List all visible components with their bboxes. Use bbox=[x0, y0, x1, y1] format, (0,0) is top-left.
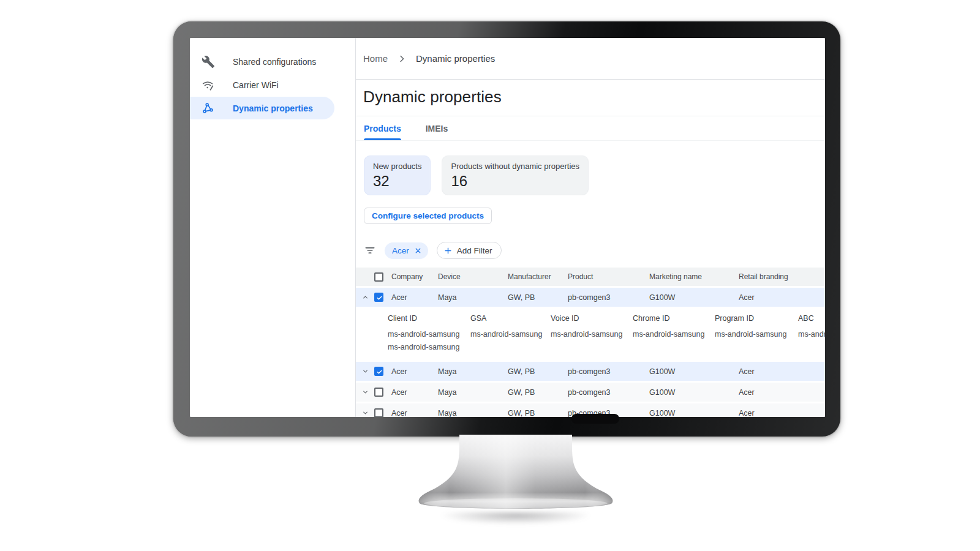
cell-device: Maya bbox=[438, 293, 508, 302]
chevron-down-icon[interactable] bbox=[356, 410, 374, 416]
cell-marketing-name: G100W bbox=[649, 388, 739, 397]
cell-product: pb-comgen3 bbox=[568, 367, 649, 376]
table-header-row: Company Device Manufacturer Product Mark… bbox=[356, 268, 825, 286]
cell-company: Acer bbox=[391, 367, 438, 376]
select-all-checkbox[interactable] bbox=[374, 272, 383, 282]
cell-marketing-name: G100W bbox=[649, 367, 739, 376]
breadcrumb: Home Dynamic properties bbox=[356, 38, 825, 80]
hub-icon bbox=[202, 102, 215, 115]
table-row: Acer Maya GW, PB pb-comgen3 G100W Acer bbox=[356, 362, 825, 381]
add-filter-button[interactable]: Add Filter bbox=[437, 242, 502, 259]
sidebar-item-label: Dynamic properties bbox=[233, 103, 313, 113]
detail-field: ABC ms-android-samsung bbox=[798, 314, 825, 354]
cell-company: Acer bbox=[391, 388, 438, 397]
column-header: Device bbox=[438, 272, 508, 281]
add-filter-label: Add Filter bbox=[457, 246, 492, 255]
carrier-wifi-icon bbox=[202, 78, 215, 92]
breadcrumb-current: Dynamic properties bbox=[416, 53, 495, 64]
monitor-frame: Shared configurations Carrier WiFi bbox=[173, 21, 840, 437]
card-products-without-dynamic-properties[interactable]: Products without dynamic properties 16 bbox=[442, 156, 589, 195]
configure-selected-products-button[interactable]: Configure selected products bbox=[364, 208, 492, 224]
cell-manufacturer: GW, PB bbox=[508, 367, 568, 376]
detail-field-value: ms-android-samsung bbox=[798, 328, 825, 341]
detail-field-label: GSA bbox=[470, 314, 551, 323]
chevron-down-icon[interactable] bbox=[356, 389, 374, 395]
cell-product: pb-comgen3 bbox=[568, 388, 649, 397]
cell-retail-branding: Acer bbox=[739, 388, 825, 397]
cell-retail-branding: Acer bbox=[739, 293, 825, 302]
row-checkbox[interactable] bbox=[374, 293, 383, 302]
cell-manufacturer: GW, PB bbox=[508, 293, 568, 302]
detail-field-value: ms-android-samsung bbox=[715, 328, 798, 341]
cell-device: Maya bbox=[438, 409, 508, 418]
card-label: Products without dynamic properties bbox=[451, 162, 579, 171]
tab-imeis[interactable]: IMEIs bbox=[426, 116, 448, 140]
main-content: Home Dynamic properties Dynamic properti… bbox=[355, 38, 825, 417]
sidebar-item-label: Shared configurations bbox=[233, 57, 316, 67]
card-new-products[interactable]: New products 32 bbox=[364, 156, 431, 195]
stand-reflection bbox=[412, 512, 620, 533]
monitor-stand bbox=[412, 435, 620, 514]
monitor-chin-tab bbox=[571, 414, 619, 424]
column-header: Product bbox=[568, 272, 649, 281]
cell-product: pb-comgen3 bbox=[568, 293, 649, 302]
sidebar-item-carrier-wifi[interactable]: Carrier WiFi bbox=[190, 73, 355, 97]
filter-list-icon[interactable] bbox=[364, 244, 376, 257]
close-icon[interactable] bbox=[414, 247, 422, 255]
sidebar-item-dynamic-properties[interactable]: Dynamic properties bbox=[190, 97, 334, 119]
row-checkbox[interactable] bbox=[374, 367, 383, 376]
detail-field-label: ABC bbox=[798, 314, 825, 323]
detail-field-value: ms-android-samsung bbox=[470, 328, 551, 341]
wrench-icon bbox=[202, 55, 215, 69]
sidebar: Shared configurations Carrier WiFi bbox=[190, 38, 355, 417]
screen: Shared configurations Carrier WiFi bbox=[190, 38, 825, 417]
card-value: 16 bbox=[451, 173, 579, 190]
detail-field-label: Program ID bbox=[715, 314, 798, 323]
detail-field: Client ID ms-android-samsung ms-android-… bbox=[388, 314, 470, 354]
cell-retail-branding: Acer bbox=[739, 367, 825, 376]
cell-company: Acer bbox=[391, 409, 438, 418]
detail-field-value: ms-android-samsung bbox=[388, 341, 470, 354]
detail-field-value: ms-android-samsung bbox=[633, 328, 715, 341]
cell-retail-branding: Acer bbox=[739, 409, 825, 418]
detail-field: Chrome ID ms-android-samsung bbox=[633, 314, 715, 354]
row-detail-panel: Client ID ms-android-samsung ms-android-… bbox=[356, 307, 825, 360]
sidebar-item-shared-configurations[interactable]: Shared configurations bbox=[190, 50, 355, 73]
title-row: Dynamic properties bbox=[356, 80, 825, 116]
column-header: Company bbox=[391, 272, 438, 281]
cell-device: Maya bbox=[438, 388, 508, 397]
cell-manufacturer: GW, PB bbox=[508, 388, 568, 397]
products-table: Company Device Manufacturer Product Mark… bbox=[356, 268, 825, 417]
table-row: Acer Maya GW, PB pb-comgen3 G100W Acer bbox=[356, 383, 825, 402]
table-row: Acer Maya GW, PB pb-comgen3 G100W Acer bbox=[356, 288, 825, 307]
cell-manufacturer: GW, PB bbox=[508, 409, 568, 418]
cell-company: Acer bbox=[391, 293, 438, 302]
cell-marketing-name: G100W bbox=[649, 409, 739, 418]
row-checkbox[interactable] bbox=[374, 388, 383, 397]
detail-field: GSA ms-android-samsung bbox=[470, 314, 551, 354]
breadcrumb-home-link[interactable]: Home bbox=[363, 53, 388, 64]
filter-row: Acer Add Filter bbox=[364, 242, 825, 259]
tab-bar: Products IMEIs bbox=[356, 116, 825, 141]
summary-cards: New products 32 Products without dynamic… bbox=[364, 156, 825, 195]
chevron-down-icon[interactable] bbox=[356, 368, 374, 375]
column-header: Marketing name bbox=[649, 272, 739, 281]
column-header: Manufacturer bbox=[508, 272, 568, 281]
cell-device: Maya bbox=[438, 367, 508, 376]
page-title: Dynamic properties bbox=[363, 88, 825, 107]
tab-products[interactable]: Products bbox=[364, 116, 401, 140]
detail-field: Voice ID ms-android-samsung bbox=[551, 314, 633, 354]
desktop-background: Shared configurations Carrier WiFi bbox=[0, 0, 980, 551]
detail-field-label: Voice ID bbox=[551, 314, 633, 323]
detail-field-value: ms-android-samsung bbox=[388, 328, 470, 341]
column-header: Retail branding bbox=[739, 272, 825, 281]
filter-chip-acer[interactable]: Acer bbox=[385, 242, 428, 259]
row-checkbox[interactable] bbox=[374, 408, 383, 417]
chevron-up-icon[interactable] bbox=[356, 294, 374, 301]
detail-field: Program ID ms-android-samsung bbox=[715, 314, 798, 354]
detail-field-label: Chrome ID bbox=[633, 314, 715, 323]
card-label: New products bbox=[373, 162, 421, 171]
plus-icon bbox=[443, 246, 453, 255]
card-value: 32 bbox=[373, 173, 421, 190]
filter-chip-label: Acer bbox=[392, 246, 409, 255]
